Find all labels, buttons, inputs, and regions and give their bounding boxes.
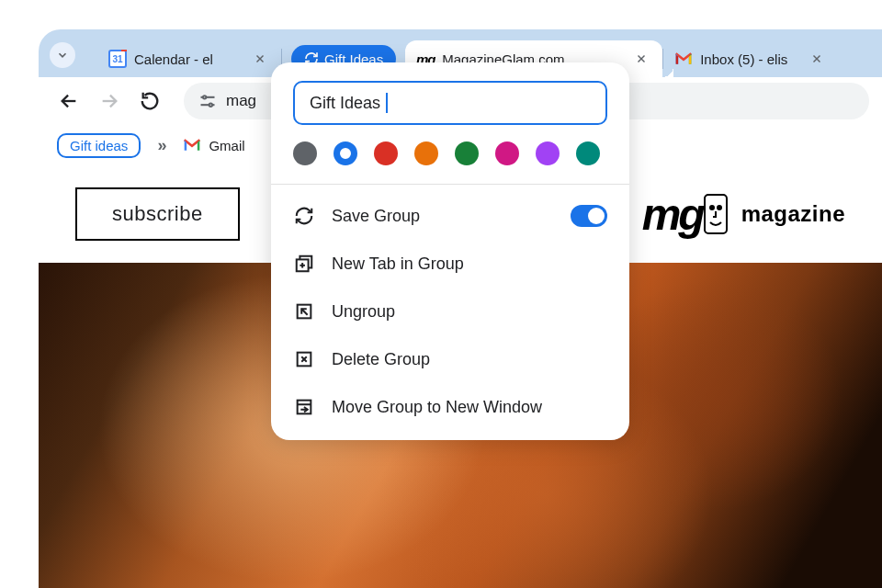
menu-label: Save Group bbox=[332, 207, 420, 226]
omnibox-text: mag bbox=[226, 92, 256, 110]
text-caret bbox=[386, 93, 388, 113]
svg-point-8 bbox=[203, 96, 206, 98]
tab-close-button[interactable] bbox=[631, 49, 651, 69]
bookmark-group-chip[interactable]: Gift ideas bbox=[57, 133, 141, 158]
divider bbox=[271, 184, 629, 185]
menu-delete-group[interactable]: Delete Group bbox=[271, 335, 629, 383]
tune-icon bbox=[198, 92, 217, 110]
move-window-icon bbox=[293, 396, 315, 418]
menu-new-tab-in-group[interactable]: New Tab in Group bbox=[271, 240, 629, 288]
menu-label: Delete Group bbox=[332, 350, 430, 369]
menu-label: New Tab in Group bbox=[332, 254, 464, 274]
forward-button[interactable] bbox=[92, 84, 127, 119]
back-button[interactable] bbox=[51, 84, 86, 119]
group-name-field-wrap: Gift Ideas bbox=[293, 81, 607, 125]
color-swatch[interactable] bbox=[576, 141, 600, 165]
subscribe-button[interactable]: subscribe bbox=[75, 187, 240, 241]
color-swatch[interactable] bbox=[374, 141, 398, 165]
brand-name: magazine bbox=[741, 201, 845, 227]
menu-move-to-new-window[interactable]: Move Group to New Window bbox=[271, 383, 629, 431]
gmail-icon bbox=[183, 138, 201, 153]
brand-face-icon bbox=[703, 193, 729, 235]
ungroup-icon bbox=[293, 300, 315, 322]
color-swatch[interactable] bbox=[455, 141, 479, 165]
group-name-input[interactable]: Gift Ideas bbox=[293, 81, 607, 125]
delete-icon bbox=[293, 348, 315, 370]
brand: mg magazine bbox=[642, 189, 845, 240]
color-swatch[interactable] bbox=[495, 141, 519, 165]
menu-label: Move Group to New Window bbox=[332, 398, 542, 417]
calendar-icon: 31 bbox=[108, 50, 127, 68]
window-menu-button[interactable] bbox=[50, 42, 75, 68]
menu-ungroup[interactable]: Ungroup bbox=[271, 288, 629, 335]
chevron-down-icon bbox=[56, 49, 69, 62]
color-swatch[interactable] bbox=[536, 141, 560, 165]
save-group-toggle[interactable] bbox=[571, 205, 607, 227]
tab-group-popup: Gift Ideas Save Group New Tab in Group U… bbox=[271, 62, 629, 440]
color-picker-row bbox=[271, 141, 629, 184]
tab-calendar[interactable]: 31 Calendar - el bbox=[97, 40, 281, 77]
new-tab-icon bbox=[293, 253, 315, 275]
brand-logo: mg bbox=[642, 189, 729, 240]
color-swatch[interactable] bbox=[293, 141, 317, 165]
tab-close-button[interactable] bbox=[807, 49, 827, 69]
bookmark-overflow-icon[interactable]: » bbox=[153, 136, 170, 155]
sync-icon bbox=[293, 205, 315, 227]
menu-label: Ungroup bbox=[332, 302, 395, 322]
tab-title: Calendar - el bbox=[134, 51, 243, 67]
svg-point-11 bbox=[209, 104, 212, 107]
tab-close-button[interactable] bbox=[250, 49, 270, 69]
tab-inbox[interactable]: Inbox (5) - elis bbox=[663, 40, 838, 77]
group-name-value: Gift Ideas bbox=[310, 94, 380, 113]
color-swatch[interactable] bbox=[414, 141, 438, 165]
tab-title: Inbox (5) - elis bbox=[700, 51, 799, 67]
bookmark-gmail[interactable]: Gmail bbox=[183, 138, 244, 153]
gmail-icon bbox=[674, 50, 693, 68]
color-swatch[interactable] bbox=[334, 141, 357, 165]
svg-point-16 bbox=[718, 206, 721, 209]
menu-save-group[interactable]: Save Group bbox=[271, 192, 629, 240]
reload-button[interactable] bbox=[132, 84, 167, 119]
bookmark-label: Gmail bbox=[209, 138, 244, 153]
svg-point-15 bbox=[710, 206, 714, 209]
